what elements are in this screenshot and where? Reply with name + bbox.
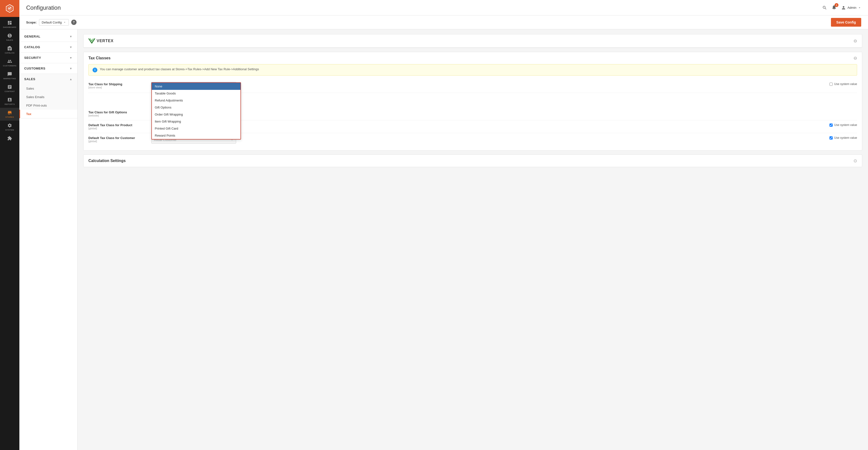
- tax-section-header: Tax Classes ⊖: [84, 52, 862, 64]
- sidebar-item-reports-label: REPORTS: [5, 103, 15, 106]
- sidebar-item-catalog[interactable]: CATALOG: [0, 43, 20, 56]
- nav-sub-item-pdf-printouts[interactable]: PDF Print-outs: [20, 101, 77, 110]
- nav-section-catalog-chevron: ▼: [69, 46, 72, 49]
- nav-sub-item-sales[interactable]: Sales: [20, 84, 77, 93]
- calculation-settings-section: Calculation Settings ⊙: [83, 154, 862, 167]
- shipping-use-system: Use system value: [830, 82, 857, 86]
- dropdown-option-order-gift-wrapping[interactable]: Order Gift Wrapping: [152, 111, 241, 118]
- nav-section-general-label: GENERAL: [24, 35, 40, 38]
- tax-row-product-label: Default Tax Class for Product [global]: [88, 123, 147, 130]
- dropdown-option-gift-options[interactable]: Gift Options: [152, 104, 241, 111]
- nav-section-catalog-label: CATALOG: [24, 45, 40, 49]
- calc-collapse-icon[interactable]: ⊙: [854, 158, 857, 163]
- sidebar-item-dashboard[interactable]: DASHBOARD: [0, 18, 20, 31]
- scope-selector[interactable]: Default Config: [39, 19, 68, 26]
- dropdown-option-item-gift-wrapping[interactable]: Item Gift Wrapping: [152, 118, 241, 125]
- tax-section-collapse-icon[interactable]: ⊖: [854, 56, 857, 61]
- tax-row-shipping-label: Tax Class for Shipping [store view]: [88, 82, 147, 89]
- nav-section-customers: CUSTOMERS ▼: [20, 63, 77, 74]
- nav-section-customers-chevron: ▼: [69, 67, 72, 70]
- calc-section-header: Calculation Settings ⊙: [84, 155, 862, 167]
- vertex-logo-text: VERTEX: [97, 39, 114, 43]
- sidebar-item-stores[interactable]: STORES: [0, 108, 20, 121]
- dropdown-option-taxable-goods[interactable]: Taxable Goods: [152, 90, 241, 97]
- tax-row-customer-sublabel: [global]: [88, 140, 147, 143]
- nav-section-security-chevron: ▼: [69, 56, 72, 60]
- nav-section-customers-label: CUSTOMERS: [24, 67, 45, 70]
- sidebar-item-system-label: SYSTEM: [5, 129, 14, 131]
- nav-sub-item-tax[interactable]: Tax: [20, 110, 77, 118]
- sidebar-item-content-label: CONTENT: [5, 90, 15, 92]
- dropdown-option-none[interactable]: None: [152, 83, 241, 90]
- nav-section-sales-header[interactable]: SALES ▲: [20, 74, 77, 84]
- search-icon[interactable]: [822, 5, 827, 10]
- nav-section-security: SECURITY ▼: [20, 53, 77, 63]
- dropdown-option-refund-adjustments[interactable]: Refund Adjustments: [152, 97, 241, 104]
- tax-row-product-right: Use system value: [830, 123, 857, 127]
- tax-row-customer-label-main: Default Tax Class for Customer: [88, 136, 147, 140]
- nav-sub-item-sales-emails[interactable]: Sales Emails: [20, 93, 77, 101]
- tax-row-product-sublabel: [global]: [88, 127, 147, 130]
- nav-section-sales-label: SALES: [24, 77, 35, 81]
- dropdown-option-reward-points[interactable]: Reward Points: [152, 132, 241, 139]
- sidebar-item-system[interactable]: SYSTEM: [0, 121, 20, 133]
- vertex-collapse-icon[interactable]: ⊖: [854, 38, 857, 43]
- scope-value: Default Config: [42, 21, 62, 24]
- vertex-logo: VERTEX: [88, 38, 114, 43]
- tax-section: Tax Classes ⊖ i You can manage customer …: [83, 52, 862, 151]
- topbar: Configuration 1 Admin: [20, 0, 868, 16]
- sidebar-item-extensions[interactable]: [0, 133, 20, 144]
- sidebar-item-sales[interactable]: SALES: [0, 31, 20, 43]
- scope-left: Scope: Default Config ?: [26, 19, 76, 26]
- scope-label: Scope:: [26, 21, 37, 24]
- tax-row-gift-label: Tax Class for Gift Options [website]: [88, 111, 147, 117]
- admin-menu[interactable]: Admin: [841, 5, 861, 10]
- tax-row-customer-control: Retail Customer: [151, 136, 825, 144]
- scope-help-icon[interactable]: ?: [71, 20, 76, 25]
- sidebar-item-marketing[interactable]: MARKETING: [0, 69, 20, 82]
- main-panel: VERTEX ⊖ Tax Classes ⊖ i You can manage …: [78, 29, 868, 450]
- tax-row-shipping-label-main: Tax Class for Shipping: [88, 82, 147, 86]
- shipping-use-system-checkbox[interactable]: [830, 83, 833, 86]
- sidebar-logo[interactable]: [0, 0, 20, 17]
- sidebar-item-sales-label: SALES: [6, 39, 13, 41]
- tax-row-gift-sublabel: [website]: [88, 114, 147, 117]
- tax-row-gift-label-main: Tax Class for Gift Options: [88, 111, 147, 114]
- nav-section-catalog-header[interactable]: CATALOG ▼: [20, 42, 77, 52]
- sidebar-item-marketing-label: MARKETING: [3, 78, 16, 80]
- nav-section-customers-header[interactable]: CUSTOMERS ▼: [20, 63, 77, 73]
- notification-bell[interactable]: 1: [831, 5, 837, 11]
- tax-row-gift-control: [151, 111, 857, 117]
- tax-row-product-control: [151, 123, 825, 130]
- content-area: GENERAL ▼ CATALOG ▼ SECURITY ▼: [20, 29, 868, 450]
- customer-use-system-label: Use system value: [834, 136, 857, 140]
- product-use-system: Use system value: [830, 123, 857, 127]
- left-nav: GENERAL ▼ CATALOG ▼ SECURITY ▼: [20, 29, 78, 450]
- scope-bar: Scope: Default Config ? Save Config: [20, 16, 868, 29]
- tax-classes-title: Tax Classes: [88, 56, 111, 60]
- notification-count: 1: [835, 3, 838, 7]
- nav-section-general-header[interactable]: GENERAL ▼: [20, 31, 77, 42]
- nav-section-general-chevron: ▼: [69, 35, 72, 38]
- shipping-use-system-label: Use system value: [834, 82, 857, 86]
- dropdown-option-printed-gift-card[interactable]: Printed Gift Card: [152, 125, 241, 132]
- admin-label: Admin: [847, 6, 857, 9]
- customer-use-system-checkbox[interactable]: [830, 137, 833, 140]
- main-content: Configuration 1 Admin Scope:: [20, 0, 868, 450]
- save-config-button[interactable]: Save Config: [831, 18, 861, 27]
- tax-row-customer-label: Default Tax Class for Customer [global]: [88, 136, 147, 143]
- calc-section-title: Calculation Settings: [88, 159, 126, 163]
- sidebar-item-customers[interactable]: CUSTOMERS: [0, 56, 20, 69]
- sidebar-item-content[interactable]: CONTENT: [0, 82, 20, 95]
- nav-section-sales-chevron: ▲: [69, 78, 72, 81]
- sidebar-item-catalog-label: CATALOG: [5, 52, 15, 54]
- nav-section-security-header[interactable]: SECURITY ▼: [20, 53, 77, 63]
- product-use-system-checkbox[interactable]: [830, 123, 833, 127]
- nav-section-general: GENERAL ▼: [20, 31, 77, 42]
- vertex-header: VERTEX ⊖: [84, 34, 862, 48]
- sidebar-item-reports[interactable]: REPORTS: [0, 95, 20, 108]
- sidebar-item-stores-label: STORES: [5, 116, 14, 118]
- info-banner: i You can manage customer and product ta…: [88, 64, 857, 76]
- tax-row-shipping-sublabel: [store view]: [88, 86, 147, 89]
- page-title: Configuration: [26, 4, 61, 11]
